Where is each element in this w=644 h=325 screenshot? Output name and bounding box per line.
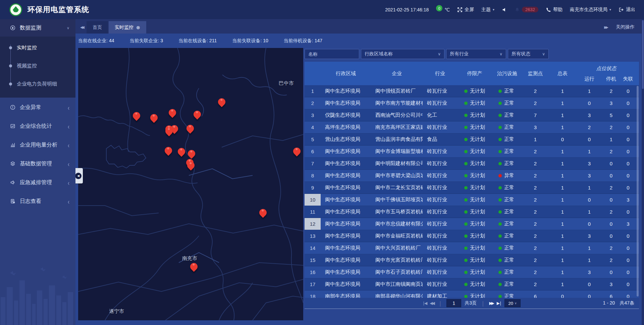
page-size-select[interactable]: 20 ∨ bbox=[504, 299, 521, 307]
table-row[interactable]: 3仪陇生态环境局西南油气田分公司川中化工无计划正常71350 bbox=[305, 109, 639, 121]
run-cell: 0 bbox=[577, 278, 602, 290]
status-dot-green bbox=[464, 90, 468, 93]
chevron-left-icon: ◀ bbox=[75, 173, 82, 179]
meters-cell: 1 bbox=[548, 109, 577, 121]
close-operations-button[interactable]: 关闭操作 bbox=[616, 24, 635, 30]
table-row[interactable]: 9阆中生态环境局阆中市二龙长宝页岩砖砖瓦行业无计划正常21120 bbox=[305, 182, 639, 194]
row-number-cell: 16 bbox=[305, 266, 321, 278]
company-cell: 阆中明阳建材有限公司 bbox=[371, 158, 423, 169]
table-row[interactable]: 7阆中生态环境局阆中明阳建材有限公司砖瓦行业无计划正常21300 bbox=[305, 158, 639, 170]
facility-status-cell: 正常 bbox=[492, 242, 523, 254]
status-dot-green bbox=[464, 114, 468, 117]
scroll-tabs-left-icon[interactable]: ◀◀ bbox=[80, 25, 83, 30]
table-row[interactable]: 4高坪生态环境局南充市高坪区王家店建砖瓦行业无计划正常31220 bbox=[305, 121, 639, 133]
sidebar-item-log-view[interactable]: 日志查看 ‹ bbox=[0, 192, 75, 210]
table-row[interactable]: 10阆中生态环境局阆中千佛镇五郎垭页岩砖瓦行业无计划正常21003 bbox=[305, 194, 639, 206]
page-scrollbar[interactable] bbox=[642, 19, 644, 325]
table-row[interactable]: 12阆中生态环境局阆中市忠信建材有限公砖瓦行业无计划正常21003 bbox=[305, 218, 639, 230]
lost-cell: 0 bbox=[621, 146, 636, 157]
stop-cell: 1 bbox=[602, 133, 621, 145]
status-filter-select[interactable]: 所有状态 ∨ bbox=[508, 49, 549, 59]
table-row[interactable]: 8阆中生态环境局阆中市枣碧大梁山页岩砖瓦行业无计划异常21300 bbox=[305, 170, 639, 182]
notifications[interactable]: 2632 bbox=[515, 7, 538, 12]
name-filter[interactable] bbox=[305, 49, 359, 59]
industry-filter-select[interactable]: 所有行业 ∨ bbox=[446, 49, 506, 59]
stop-cell: 2 bbox=[602, 121, 621, 133]
page-scrollbar-thumb[interactable] bbox=[642, 20, 644, 89]
fullscreen-button[interactable]: 全屏 bbox=[457, 7, 474, 13]
prev-page-icon[interactable]: ◀◀ bbox=[430, 301, 434, 306]
industry-cell: 砖瓦行业 bbox=[423, 230, 458, 242]
table-row[interactable]: 11阆中生态环境局阆中市五马桥页岩机砖砖瓦行业无计划正常21120 bbox=[305, 206, 639, 218]
sidebar-item-base-data[interactable]: 基础数据管理 ‹ bbox=[0, 155, 75, 173]
table-row[interactable]: 15阆中生态环境局阆中市光富页岩机砖厂砖瓦行业无计划正常21120 bbox=[305, 254, 639, 266]
table-row[interactable]: 14阆中生态环境局阆中大兴页岩机砖厂砖瓦行业无计划正常21120 bbox=[305, 242, 639, 254]
region-cell: 南部生态环境局 bbox=[321, 290, 371, 298]
scroll-tabs-right-icon[interactable]: ▶▶ bbox=[604, 25, 607, 30]
meters-cell: 1 bbox=[548, 121, 577, 133]
last-page-icon[interactable]: ▶❘ bbox=[497, 301, 501, 306]
table-row[interactable]: 5营山生态环境局营山县润丰肉食品有限食品无计划正常10010 bbox=[305, 133, 639, 146]
industry-cell: 砖瓦行业 bbox=[423, 218, 458, 230]
run-cell: 3 bbox=[577, 230, 602, 242]
tab-realtime-monitor[interactable]: 实时监控 ⊗ bbox=[109, 21, 146, 34]
table-row[interactable]: 16阆中生态环境局阆中市石子页岩机砖厂砖瓦行业无计划正常21300 bbox=[305, 266, 639, 278]
run-cell: 3 bbox=[577, 266, 602, 278]
status-dot-green bbox=[464, 162, 468, 165]
industry-cell: 砖瓦行业 bbox=[423, 254, 458, 266]
theme-dropdown[interactable]: 主题▾ bbox=[481, 7, 494, 13]
col-rownum bbox=[305, 62, 321, 85]
points-cell: 1 bbox=[523, 133, 548, 145]
logout-button[interactable]: 退出 bbox=[619, 7, 635, 13]
total-pages-label: 共3页 bbox=[465, 300, 477, 306]
plan-status-cell: 无计划 bbox=[458, 170, 492, 181]
facility-status-cell: 正常 bbox=[492, 121, 523, 133]
industry-cell: 砖瓦行业 bbox=[423, 194, 458, 206]
sidebar-item-realtime-monitor[interactable]: 实时监控 bbox=[0, 39, 75, 57]
datetime: 2021-02-25 17:46:18 bbox=[385, 7, 429, 12]
sidebar-item-video-monitor[interactable]: 视频监控 bbox=[0, 57, 75, 75]
industry-cell: 化工 bbox=[423, 109, 458, 121]
temperature-badge: 0 bbox=[436, 5, 442, 11]
sidebar-item-data-monitoring[interactable]: 数据监测 ∨ bbox=[0, 19, 75, 37]
next-page-icon[interactable]: ▶▶ bbox=[489, 301, 493, 306]
lost-cell: 0 bbox=[621, 85, 636, 97]
run-cell: 1 bbox=[577, 85, 602, 97]
org-dropdown[interactable]: 南充市生态环境局▾ bbox=[570, 7, 611, 13]
sidebar-item-enterprise-abnormal[interactable]: 企业异常 ‹ bbox=[0, 98, 75, 116]
table-row[interactable]: 2阆中生态环境局阆中市南方节能建材有砖瓦行业无计划正常21030 bbox=[305, 97, 639, 109]
status-dot-green bbox=[498, 150, 502, 153]
row-number-cell: 5 bbox=[305, 133, 321, 145]
page-number-input[interactable]: 1 bbox=[446, 299, 461, 307]
sidebar-item-emergency-reduction[interactable]: 应急减排管理 ‹ bbox=[0, 173, 75, 192]
col-facility: 治污设施 bbox=[492, 62, 523, 85]
help-button[interactable]: 帮助 bbox=[546, 7, 562, 13]
table-row[interactable]: 18南部生态环境局南部县砌华山河有限公建材加工无计划正常60060 bbox=[305, 290, 639, 298]
table-row[interactable]: 13阆中生态环境局阆中市金福旺页岩机砖砖瓦行业无计划正常21300 bbox=[305, 230, 639, 242]
table-row[interactable]: 17阆中生态环境局阆中市江南镇阆南页岩砖瓦行业无计划正常21030 bbox=[305, 278, 639, 290]
sidebar-item-power-analysis[interactable]: 企业用电量分析 ‹ bbox=[0, 136, 75, 154]
plan-status-cell: 无计划 bbox=[458, 242, 492, 254]
region-filter-select[interactable]: 行政区域名称 ∨ bbox=[361, 49, 444, 59]
run-cell: 3 bbox=[577, 170, 602, 181]
facility-status-cell: 正常 bbox=[492, 290, 523, 298]
name-filter-input[interactable] bbox=[308, 51, 356, 57]
sidebar-item-enterprise-statistics[interactable]: 企业综合统计 ‹ bbox=[0, 117, 75, 135]
table-scrollbar[interactable] bbox=[637, 86, 639, 296]
close-tab-icon[interactable]: ⊗ bbox=[136, 25, 140, 30]
sidebar-item-power-load-detail[interactable]: 企业电力负荷明细 bbox=[0, 75, 75, 93]
points-cell: 7 bbox=[523, 109, 548, 121]
lost-cell: 0 bbox=[621, 109, 636, 121]
stop-cell: 0 bbox=[602, 230, 621, 242]
points-cell: 2 bbox=[523, 146, 548, 157]
table-row[interactable]: 6阆中生态环境局阆中市金博瑞新型墙材砖瓦行业无计划正常21120 bbox=[305, 146, 639, 158]
first-page-icon[interactable]: ❘◀ bbox=[422, 301, 426, 306]
sound-toggle[interactable] bbox=[502, 7, 507, 12]
status-dot-green bbox=[498, 162, 502, 165]
map-panel[interactable]: 巴中市南充市遂宁市 ◀ bbox=[78, 48, 303, 320]
table-row[interactable]: 1阆中生态环境局阆中强锐页岩砖厂砖瓦行业无计划正常21120 bbox=[305, 85, 639, 97]
status-dot-green bbox=[464, 222, 468, 226]
tab-home[interactable]: 首页 bbox=[87, 21, 108, 34]
meters-cell: 1 bbox=[548, 97, 577, 109]
facility-status-cell: 正常 bbox=[492, 109, 523, 121]
